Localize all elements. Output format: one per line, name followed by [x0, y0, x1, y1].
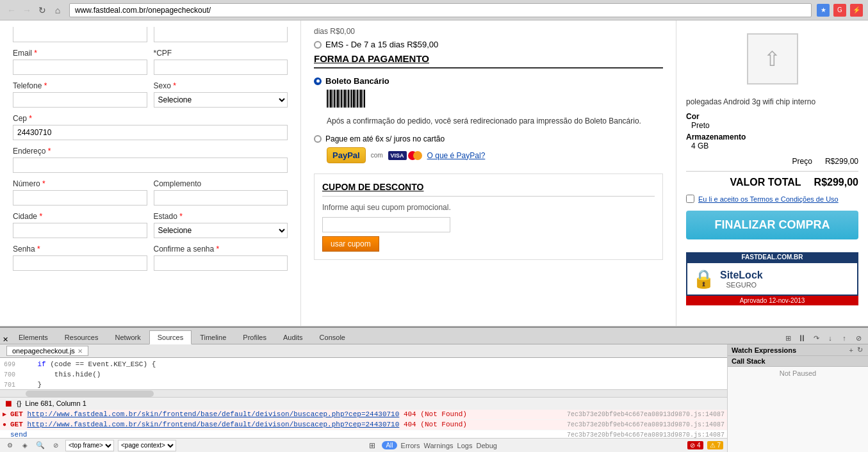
- paypal-button[interactable]: PayPal: [327, 147, 366, 163]
- paypal-option: Pague em até 6x s/ juros no cartão PayPa…: [314, 134, 663, 163]
- terms-link[interactable]: Eu li e aceito os Termos e Condições de …: [698, 195, 839, 203]
- context-select[interactable]: <page context>: [118, 440, 176, 451]
- shipping-option-1: dias R$0,00: [314, 27, 663, 36]
- paypal-radio[interactable]: [314, 135, 322, 143]
- reload-button[interactable]: ↻: [36, 4, 49, 17]
- tab-resources[interactable]: Resources: [56, 330, 107, 344]
- price-value: R$299,00: [825, 157, 858, 166]
- email-input[interactable]: [13, 60, 147, 75]
- file-tab-close[interactable]: ✕: [78, 348, 83, 355]
- tab-timeline[interactable]: Timeline: [192, 330, 234, 344]
- visa-badge: VISA: [388, 151, 407, 160]
- devtools-pause-btn[interactable]: ⏸: [796, 332, 808, 344]
- all-filter-btn[interactable]: All: [382, 441, 397, 449]
- boleto-radio[interactable]: [314, 77, 322, 85]
- color-value: Preto: [691, 121, 710, 130]
- number-input[interactable]: [13, 190, 147, 206]
- console-location-2: 7ec3b73e20bf9eb4c667ea08913d9870.js:1408…: [562, 421, 725, 428]
- storage-value: 4 GB: [691, 141, 708, 150]
- tab-elements[interactable]: Elements: [10, 330, 56, 344]
- console-send-link[interactable]: send: [10, 431, 27, 438]
- devtools-step-into[interactable]: ↓: [824, 332, 836, 344]
- code-hscrollbar[interactable]: [0, 389, 727, 397]
- svg-rect-17: [357, 90, 358, 108]
- browser-icon-1: ★: [817, 4, 830, 17]
- product-panel: ⇧ polegadas Android 3g wifi chip interno…: [676, 20, 868, 326]
- coupon-input[interactable]: [322, 217, 450, 232]
- cep-input[interactable]: [13, 125, 288, 140]
- tab-profiles[interactable]: Profiles: [234, 330, 275, 344]
- console-url-1[interactable]: http://www.fastdeal.com.br/skin/frontend…: [27, 410, 399, 418]
- home-button[interactable]: ⌂: [51, 4, 64, 17]
- password-input[interactable]: [13, 255, 147, 271]
- devtools-bottom-bar: ⚙ ◈ 🔍 ⊘ <top frame> <page context> ⊞ All…: [0, 438, 727, 452]
- watch-expressions-header[interactable]: Watch Expressions + ↻: [728, 344, 868, 356]
- tab-sources[interactable]: Sources: [149, 330, 192, 344]
- warning-count-badge: ⚠ 7: [707, 441, 723, 449]
- forward-button[interactable]: →: [20, 4, 33, 17]
- devtools-search-btn[interactable]: 🔍: [35, 440, 46, 451]
- frame-select[interactable]: <top frame>: [65, 440, 114, 451]
- tab-audits[interactable]: Audits: [275, 330, 311, 344]
- browser-chrome: ← → ↻ ⌂ ★ G ⚡: [0, 0, 868, 20]
- mastercard-badge: [408, 151, 422, 160]
- svg-rect-10: [344, 90, 346, 108]
- console-expand-icon[interactable]: ▶: [3, 410, 10, 418]
- file-tab-label: onepagecheckout.js: [12, 347, 75, 355]
- tab-network[interactable]: Network: [106, 330, 149, 344]
- svg-rect-2: [330, 90, 332, 108]
- svg-rect-7: [340, 90, 340, 108]
- devtools-step-over[interactable]: ↷: [810, 332, 822, 344]
- devtools-no-script-btn[interactable]: ⊘: [50, 440, 61, 451]
- filter-btn[interactable]: ⊞: [366, 440, 378, 451]
- warnings-filter[interactable]: Warnings: [424, 442, 454, 449]
- console-location-3: 7ec3b73e20bf9eb4c667ea08913d9870.js:1408…: [562, 432, 725, 439]
- coupon-text: Informe aqui seu cupom promocional.: [322, 203, 655, 212]
- console-url-2[interactable]: http://www.fastdeal.com.br/skin/frontend…: [27, 421, 399, 428]
- file-tab-onepagecheckout[interactable]: onepagecheckout.js ✕: [6, 346, 88, 356]
- code-line-700: 700 this.hide(): [0, 369, 727, 380]
- devtools-right-panel: Watch Expressions + ↻ Call Stack Not Pau…: [727, 344, 868, 452]
- logs-filter[interactable]: Logs: [457, 442, 473, 449]
- sex-select[interactable]: Selecione Masculino Feminino: [154, 92, 288, 108]
- name-input[interactable]: [13, 27, 147, 42]
- devtools-dock-btn[interactable]: ⊞: [782, 332, 794, 344]
- svg-rect-6: [337, 90, 339, 108]
- tab-console[interactable]: Console: [311, 330, 354, 344]
- watch-refresh-btn[interactable]: ↻: [856, 346, 864, 354]
- sitelock-name: SiteLock: [720, 270, 763, 281]
- confirm-password-input[interactable]: [154, 255, 288, 271]
- address-bar[interactable]: [69, 3, 812, 17]
- back-button[interactable]: ←: [5, 4, 18, 17]
- sitelock-approved: Aprovado 12-nov-2013: [686, 296, 858, 305]
- devtools-inspect-btn[interactable]: ◈: [19, 440, 31, 451]
- name2-input[interactable]: [154, 27, 288, 42]
- sitelock-domain: FASTDEAL.COM.BR: [686, 252, 858, 262]
- total-value: R$299,00: [814, 177, 858, 188]
- cpf-input[interactable]: [154, 60, 288, 75]
- devtools-deactivate[interactable]: ⊘: [853, 332, 864, 344]
- shipping-option-ems: EMS - De 7 a 15 dias R$59,00: [314, 40, 663, 49]
- cpf-label: *CPF: [154, 49, 288, 58]
- call-stack-header[interactable]: Call Stack: [728, 356, 868, 367]
- phone-input[interactable]: [13, 92, 147, 108]
- status-curly-icon[interactable]: {}: [17, 400, 21, 407]
- svg-rect-14: [351, 90, 352, 108]
- debug-filter[interactable]: Debug: [476, 442, 496, 449]
- coupon-button[interactable]: usar cupom: [322, 236, 379, 252]
- devtools-settings-btn[interactable]: ⚙: [4, 440, 15, 451]
- address-input[interactable]: [13, 157, 288, 173]
- ems-radio[interactable]: [314, 41, 322, 49]
- complement-input[interactable]: [154, 190, 288, 206]
- finalize-button[interactable]: FINALIZAR COMPRA: [686, 211, 858, 239]
- state-select[interactable]: Selecione RJ SP MG: [154, 223, 288, 238]
- devtools-step-out[interactable]: ↑: [839, 332, 850, 344]
- total-label: VALOR TOTAL: [730, 177, 801, 188]
- city-input[interactable]: [13, 223, 147, 238]
- watch-add-btn[interactable]: +: [848, 346, 855, 354]
- errors-filter[interactable]: Errors: [401, 442, 420, 449]
- complement-label: Complemento: [154, 179, 288, 188]
- svg-rect-16: [356, 90, 356, 108]
- terms-checkbox[interactable]: [686, 195, 694, 203]
- paypal-link[interactable]: O que é PayPal?: [427, 151, 486, 160]
